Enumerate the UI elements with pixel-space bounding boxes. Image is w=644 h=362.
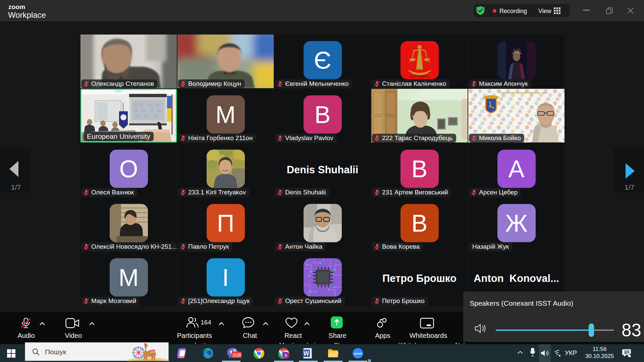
svg-text:zoom: zoom	[354, 352, 362, 355]
svg-text:ВАМ СУДИТЬ: ВАМ СУДИТЬ	[410, 75, 429, 78]
svg-text:Російський воєнний корабель, і: Російський воєнний корабель, іди...	[500, 91, 548, 94]
